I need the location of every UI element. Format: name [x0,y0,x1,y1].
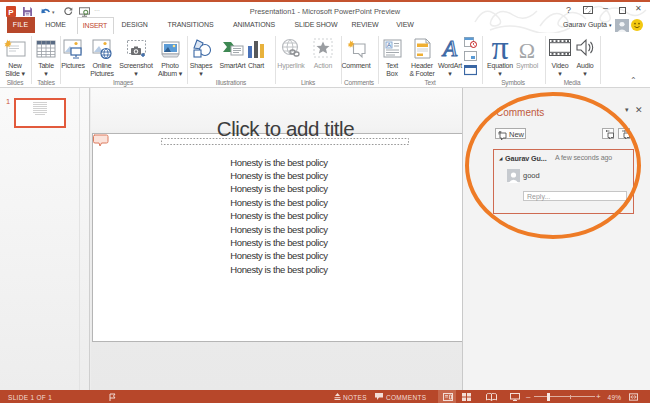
svg-text:A: A [387,42,391,48]
